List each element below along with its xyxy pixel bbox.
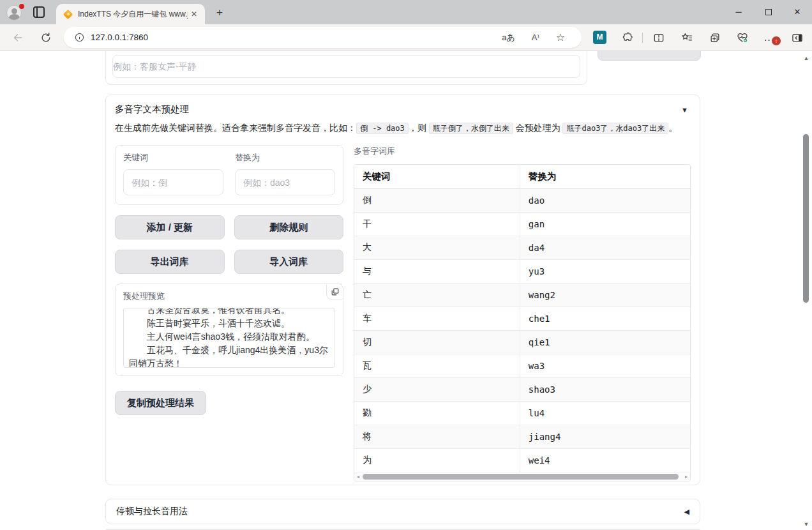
- export-dict-button[interactable]: 导出词库: [115, 250, 225, 274]
- add-update-button[interactable]: 添加 / 更新: [115, 215, 225, 239]
- table-hscrollbar[interactable]: ◂ ▸: [354, 473, 690, 481]
- voice-name-input[interactable]: [112, 55, 580, 78]
- desc-code-1: 倒 -> dao3: [356, 123, 409, 134]
- copilot-sidebar-icon[interactable]: [791, 31, 804, 44]
- dict-key-cell[interactable]: 将: [354, 425, 520, 449]
- top-card: [105, 51, 587, 85]
- dict-key-cell[interactable]: 勠: [354, 402, 520, 425]
- dict-value-cell[interactable]: wa3: [520, 354, 690, 378]
- dict-value-cell[interactable]: wei4: [520, 449, 690, 473]
- dict-key-cell[interactable]: 干: [354, 213, 520, 236]
- dict-value-cell[interactable]: jiang4: [520, 425, 690, 449]
- dict-value-cell[interactable]: qie1: [520, 331, 690, 354]
- table-row[interactable]: 与yu3: [354, 260, 690, 284]
- accordion-open-icon[interactable]: ▼: [681, 106, 691, 114]
- col-header-keyword[interactable]: 关键词: [354, 165, 520, 189]
- table-row[interactable]: 车che1: [354, 307, 690, 331]
- table-row[interactable]: 亡wang2: [354, 284, 690, 307]
- dict-key-cell[interactable]: 瓦: [354, 354, 520, 378]
- dict-value-cell[interactable]: dao: [520, 189, 690, 213]
- scrollbar-thumb[interactable]: [803, 134, 809, 303]
- refresh-icon[interactable]: [40, 31, 52, 44]
- col-header-replace[interactable]: 替换为: [520, 165, 690, 189]
- keyword-input[interactable]: [123, 169, 223, 195]
- profile-avatar[interactable]: [6, 5, 23, 22]
- accordion-collapsed-icon[interactable]: ◀: [684, 508, 689, 516]
- dict-key-cell[interactable]: 车: [354, 307, 520, 331]
- table-row[interactable]: 少shao3: [354, 378, 690, 402]
- copy-result-button[interactable]: 复制预处理结果: [115, 391, 206, 415]
- cutoff-button[interactable]: [598, 51, 701, 61]
- copy-icon[interactable]: [326, 284, 343, 299]
- pause-accordion[interactable]: 停顿与拉长音用法 ◀: [105, 499, 700, 524]
- desc-text-4: 。: [668, 123, 677, 133]
- table-row[interactable]: 大da4: [354, 236, 690, 260]
- hscroll-left-icon[interactable]: ◂: [354, 473, 362, 481]
- dict-key-cell[interactable]: 亡: [354, 284, 520, 307]
- table-row[interactable]: 将jiang4: [354, 425, 690, 449]
- hscroll-thumb[interactable]: [363, 474, 679, 480]
- table-row[interactable]: 瓦wa3: [354, 354, 690, 378]
- table-row[interactable]: 勠lu4: [354, 402, 690, 425]
- desc-code-2: 瓶子倒了，水倒了出来: [429, 123, 513, 134]
- dict-key-cell[interactable]: 为: [354, 449, 520, 473]
- table-row[interactable]: 为wei4: [354, 449, 690, 473]
- hscroll-right-icon[interactable]: ▸: [682, 473, 690, 481]
- dict-value-cell[interactable]: shao3: [520, 378, 690, 402]
- close-button[interactable]: ✕: [783, 0, 812, 24]
- dict-key-cell[interactable]: 少: [354, 378, 520, 402]
- accordion-header[interactable]: 多音字文本预处理 ▼: [115, 103, 691, 116]
- favorite-star-icon[interactable]: ☆: [556, 31, 565, 43]
- address-bar[interactable]: 127.0.0.1:7860 aあ A⁾ ☆: [64, 27, 582, 48]
- dict-value-cell[interactable]: gan: [520, 213, 690, 236]
- tab-close-icon[interactable]: ✕: [188, 8, 200, 20]
- scroll-down-icon[interactable]: ▼: [802, 521, 810, 527]
- dict-value-cell[interactable]: che1: [520, 307, 690, 331]
- dict-key-cell[interactable]: 切: [354, 331, 520, 354]
- desc-text-3: 会预处理为: [513, 123, 563, 133]
- dict-value-cell[interactable]: lu4: [520, 402, 690, 425]
- tab-title: IndexTTS 今夕自用一键包 www.jx: [78, 9, 188, 20]
- replace-label: 替换为: [235, 152, 335, 163]
- url-text[interactable]: 127.0.0.1:7860: [91, 33, 502, 42]
- preview-textarea[interactable]: 古来圣贤皆寂寞，惟有饮者留其名。 陈王昔时宴平乐，斗酒十千恣欢谑。 主人何wei…: [123, 308, 335, 368]
- page-scrollbar[interactable]: ▲ ▼: [801, 51, 811, 530]
- table-header-row: 关键词 替换为: [354, 165, 690, 189]
- scroll-up-icon[interactable]: ▲: [802, 55, 810, 61]
- table-row[interactable]: 倒dao: [354, 189, 690, 213]
- back-icon[interactable]: [11, 31, 24, 44]
- workspaces-icon[interactable]: [33, 6, 45, 18]
- rule-input-group: 关键词 替换为: [115, 145, 343, 205]
- split-screen-icon[interactable]: [652, 31, 665, 44]
- pause-accordion-title: 停顿与拉长音用法: [116, 506, 188, 517]
- dict-value-cell[interactable]: yu3: [520, 260, 690, 284]
- preview-text: 古来圣贤皆寂寞，惟有饮者留其名。 陈王昔时宴平乐，斗酒十千恣欢谑。 主人何wei…: [129, 308, 329, 368]
- browser-essentials-icon[interactable]: [736, 31, 749, 44]
- maximize-button[interactable]: [754, 0, 783, 24]
- extension-m-icon[interactable]: M: [593, 31, 606, 44]
- favorites-hub-icon[interactable]: [680, 31, 693, 44]
- description: 在生成前先做关键词替换。适合拿来强制多音字发音，比如：倒 -> dao3，则 瓶…: [115, 123, 691, 134]
- replace-input[interactable]: [235, 169, 335, 195]
- delete-rule-button[interactable]: 删除规则: [234, 215, 344, 239]
- polyphonic-accordion: 多音字文本预处理 ▼ 在生成前先做关键词替换。适合拿来强制多音字发音，比如：倒 …: [105, 95, 700, 485]
- minimize-button[interactable]: ─: [724, 0, 753, 24]
- gradio-favicon-icon: [63, 10, 73, 19]
- dict-key-cell[interactable]: 倒: [354, 189, 520, 213]
- translate-icon[interactable]: aあ: [502, 32, 515, 43]
- table-row[interactable]: 干gan: [354, 213, 690, 236]
- table-row[interactable]: 切qie1: [354, 331, 690, 354]
- collections-icon[interactable]: [709, 31, 721, 44]
- extensions-icon[interactable]: [621, 31, 634, 44]
- new-tab-button[interactable]: +: [213, 6, 226, 19]
- profile-notification-dot: [19, 4, 24, 9]
- read-aloud-icon[interactable]: A⁾: [532, 33, 539, 42]
- browser-tab[interactable]: IndexTTS 今夕自用一键包 www.jx ✕: [56, 4, 205, 24]
- import-dict-button[interactable]: 导入词库: [234, 250, 344, 274]
- dict-value-cell[interactable]: da4: [520, 236, 690, 260]
- desc-text-2: ，则: [409, 123, 429, 133]
- dict-key-cell[interactable]: 大: [354, 236, 520, 260]
- dict-key-cell[interactable]: 与: [354, 260, 520, 284]
- dict-value-cell[interactable]: wang2: [520, 284, 690, 307]
- site-info-icon[interactable]: [74, 32, 85, 43]
